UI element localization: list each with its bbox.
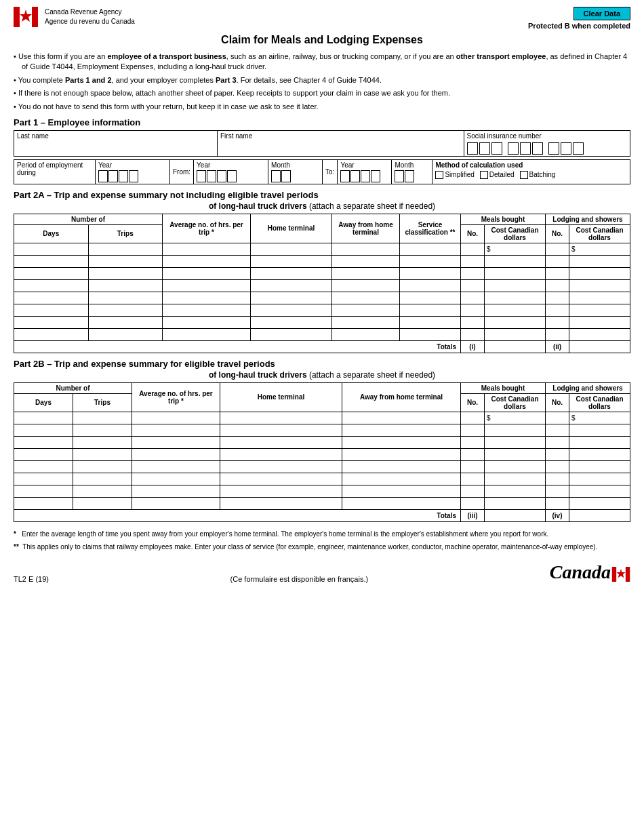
lodging-no-header-2a: No. — [546, 224, 569, 243]
first-name-input[interactable] — [220, 144, 461, 152]
cell-away[interactable] — [332, 243, 400, 255]
table-row — [14, 497, 630, 509]
year-box-3[interactable] — [119, 170, 128, 182]
bullet-2: You complete Parts 1 and 2, and your emp… — [14, 75, 630, 85]
table-row — [14, 304, 630, 316]
meals-bought-header-2b: Meals bought — [461, 382, 546, 393]
last-name-input[interactable] — [17, 144, 214, 152]
instructions: Use this form if you are an employee of … — [14, 52, 630, 112]
cell-home[interactable] — [251, 243, 332, 255]
avg-hrs-header: Average no. of hrs. per trip * — [163, 214, 251, 243]
sin-box-1[interactable] — [467, 142, 478, 155]
sin-box-2[interactable] — [479, 142, 490, 155]
avg-hrs-header-2b: Average no. of hrs. per trip * — [132, 382, 220, 412]
table-row: $ $ — [14, 243, 630, 255]
cell-trips[interactable] — [88, 243, 163, 255]
detailed-label: Detailed — [489, 171, 515, 178]
lodging-no-header-2b: No. — [546, 393, 569, 412]
lodging-cost-header-2a: Cost Canadian dollars — [569, 224, 630, 243]
part2a-table: Number of Average no. of hrs. per trip *… — [14, 214, 630, 353]
sin-label: Social insurance number — [467, 132, 627, 140]
home-terminal-header-2a: Home terminal — [251, 214, 332, 243]
total-iii-label: (iii) — [461, 509, 485, 521]
totals-row-2b: Totals (iii) (iv) — [14, 509, 630, 521]
from-year-box-2[interactable] — [207, 170, 216, 182]
batching-label: Batching — [529, 171, 556, 178]
part2b-table: Number of Average no. of hrs. per trip *… — [14, 382, 630, 522]
french-note: (Ce formulaire est disponible en françai… — [230, 575, 369, 583]
from-month-box-2[interactable] — [281, 170, 291, 182]
year-box-2[interactable] — [108, 170, 118, 182]
trips-header-2b: Trips — [73, 393, 132, 412]
table-row — [14, 267, 630, 279]
sin-box-8[interactable] — [561, 142, 571, 155]
year-box-4[interactable] — [129, 170, 138, 182]
sin-box-7[interactable] — [548, 142, 559, 155]
cell-service[interactable] — [400, 243, 461, 255]
total-iv-value[interactable] — [569, 509, 630, 521]
sin-box-9[interactable] — [573, 142, 584, 155]
meals-no-header-2a: No. — [461, 224, 485, 243]
total-ii-value[interactable] — [569, 340, 630, 353]
part1-title: Part 1 – Employee information — [14, 117, 630, 127]
cell-days[interactable] — [14, 243, 89, 255]
total-ii-label: (ii) — [546, 340, 569, 353]
year-label-2: Year — [197, 161, 210, 169]
table-row: $ $ — [14, 412, 630, 424]
detailed-checkbox[interactable] — [480, 171, 488, 179]
batching-checkbox[interactable] — [520, 171, 528, 179]
month-label-2: Month — [395, 161, 414, 169]
total-iv-label: (iv) — [546, 509, 569, 521]
away-terminal-header-2b: Away from home terminal — [342, 382, 461, 412]
year-label-3: Year — [340, 161, 354, 169]
from-year-box-1[interactable] — [197, 170, 206, 182]
sin-box-4[interactable] — [508, 142, 519, 155]
protected-label: Protected B when completed — [528, 22, 630, 30]
month-label-1: Month — [271, 161, 290, 169]
to-label: To: — [323, 160, 338, 184]
to-month-box-1[interactable] — [395, 170, 404, 182]
sin-box-3[interactable] — [491, 142, 502, 155]
svg-rect-5 — [626, 567, 630, 582]
service-class-header: Service classification ** — [400, 214, 461, 243]
total-iii-value[interactable] — [485, 509, 546, 521]
period-row: Period of employment during Year From: Y… — [14, 159, 630, 184]
simplified-checkbox[interactable] — [435, 171, 443, 179]
days-header-2b: Days — [14, 393, 73, 412]
table-row — [14, 460, 630, 473]
cell-avg[interactable] — [163, 243, 251, 255]
agency-name: Canada Revenue Agency Agence du revenu d… — [45, 7, 135, 26]
to-year-box-4[interactable] — [371, 170, 380, 182]
cell-meals-no[interactable] — [461, 243, 485, 255]
to-year-box-1[interactable] — [340, 170, 350, 182]
table-row — [14, 255, 630, 267]
cell-lodge-no[interactable] — [546, 243, 569, 255]
first-name-label: First name — [220, 132, 461, 140]
footnote-star2: ** This applies only to claims that rail… — [14, 542, 630, 552]
number-of-header-2b: Number of — [14, 382, 132, 393]
method-calc-label: Method of calculation used — [435, 161, 523, 169]
canada-wordmark: Canada — [550, 561, 630, 583]
year-label-1: Year — [98, 161, 112, 169]
to-year-box-2[interactable] — [350, 170, 360, 182]
sin-box-5[interactable] — [520, 142, 531, 155]
part2b-subheading: of long-haul truck drivers (attach a sep… — [14, 370, 630, 380]
footnotes-section: * Enter the average length of time you s… — [14, 529, 630, 552]
to-year-box-3[interactable] — [361, 170, 370, 182]
sin-box-6[interactable] — [532, 142, 543, 155]
lodging-cost-header-2b: Cost Canadian dollars — [569, 393, 630, 412]
clear-data-button[interactable]: Clear Data — [573, 7, 630, 20]
lodging-showers-header-2b: Lodging and showers — [546, 382, 630, 393]
meals-bought-header-2a: Meals bought — [461, 214, 546, 224]
from-month-box-1[interactable] — [271, 170, 281, 182]
total-i-value[interactable] — [485, 340, 546, 353]
part2a-heading: Part 2A – Trip and expense summary not i… — [14, 190, 630, 200]
days-header-2a: Days — [14, 224, 89, 243]
from-year-box-4[interactable] — [227, 170, 237, 182]
from-year-box-3[interactable] — [217, 170, 226, 182]
cell-lodge-cost[interactable]: $ — [569, 243, 630, 255]
to-month-box-2[interactable] — [405, 170, 414, 182]
svg-rect-1 — [32, 7, 38, 27]
cell-meals-cost[interactable]: $ — [485, 243, 546, 255]
year-box-1[interactable] — [98, 170, 108, 182]
